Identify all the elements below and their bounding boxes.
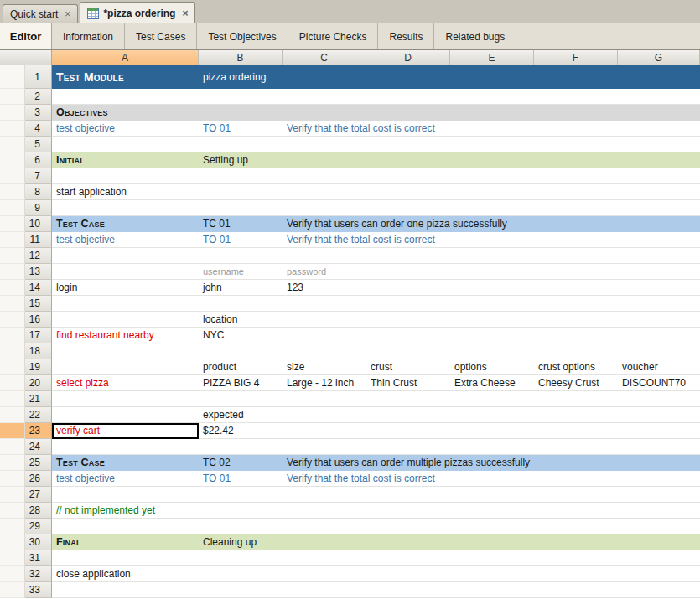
cell-f26[interactable] <box>534 471 618 487</box>
cell-d21[interactable] <box>366 391 450 407</box>
cell-b13[interactable]: username <box>199 264 283 280</box>
cell-b29[interactable] <box>199 519 283 534</box>
row-header-1[interactable]: 1 <box>25 65 52 89</box>
cell-c19[interactable]: size <box>283 359 366 375</box>
cell-g11[interactable] <box>618 232 700 248</box>
cell-e19[interactable]: options <box>450 359 534 375</box>
row-header-25[interactable]: 25 <box>25 455 52 471</box>
cell-f23[interactable] <box>534 423 618 439</box>
cell-d18[interactable] <box>366 343 450 359</box>
tab-related-bugs[interactable]: Related bugs <box>434 23 516 49</box>
cell-g17[interactable] <box>618 328 700 343</box>
row-header-3[interactable]: 3 <box>25 105 52 121</box>
cell-d12[interactable] <box>366 248 450 264</box>
row-header-8[interactable]: 8 <box>25 184 52 200</box>
cell-b10[interactable]: TC 01 <box>199 216 283 232</box>
cell-f4[interactable] <box>534 121 618 137</box>
cell-c24[interactable] <box>283 439 366 455</box>
cell-b22[interactable]: expected <box>199 407 283 423</box>
cell-f13[interactable] <box>534 264 618 280</box>
cell-e1[interactable] <box>450 65 534 89</box>
cell-f6[interactable] <box>534 152 618 168</box>
cell-d15[interactable] <box>366 296 450 312</box>
row-header-11[interactable]: 11 <box>25 232 52 248</box>
cell-g7[interactable] <box>618 168 700 184</box>
cell-g24[interactable] <box>618 439 700 455</box>
cell-g6[interactable] <box>618 152 700 168</box>
cell-g27[interactable] <box>618 487 700 503</box>
cell-b4[interactable]: TO 01 <box>199 121 283 137</box>
cell-g31[interactable] <box>618 550 700 566</box>
cell-b6[interactable]: Setting up <box>199 152 283 168</box>
cell-a18[interactable] <box>52 343 199 359</box>
cell-g4[interactable] <box>618 121 700 137</box>
cell-f18[interactable] <box>534 343 618 359</box>
cell-c21[interactable] <box>283 391 366 407</box>
cell-a5[interactable] <box>52 137 199 152</box>
cell-c9[interactable] <box>283 200 366 216</box>
cell-c1[interactable] <box>283 65 366 89</box>
cell-f29[interactable] <box>534 519 618 534</box>
cell-e15[interactable] <box>450 296 534 312</box>
cell-e26[interactable] <box>450 471 534 487</box>
cell-d6[interactable] <box>366 152 450 168</box>
cell-g15[interactable] <box>618 296 700 312</box>
cell-a32[interactable]: close application <box>52 566 199 582</box>
cell-e32[interactable] <box>450 566 534 582</box>
cell-d5[interactable] <box>366 137 450 152</box>
cell-a10[interactable]: Test Case <box>52 216 199 232</box>
cell-b28[interactable] <box>199 503 283 519</box>
cell-a11[interactable]: test objective <box>52 232 199 248</box>
cell-a33[interactable] <box>52 582 199 598</box>
cell-g21[interactable] <box>618 391 700 407</box>
cell-a7[interactable] <box>52 168 199 184</box>
cell-f25[interactable] <box>534 455 618 471</box>
tab-test-cases[interactable]: Test Cases <box>125 23 197 49</box>
cell-b5[interactable] <box>199 137 283 152</box>
cell-c3[interactable] <box>283 105 366 121</box>
cell-b2[interactable] <box>199 89 283 105</box>
cell-f28[interactable] <box>534 503 618 519</box>
cell-b32[interactable] <box>199 566 283 582</box>
cell-f15[interactable] <box>534 296 618 312</box>
cell-d13[interactable] <box>366 264 450 280</box>
cell-c6[interactable] <box>283 152 366 168</box>
tab-results[interactable]: Results <box>378 23 434 49</box>
cell-f24[interactable] <box>534 439 618 455</box>
cell-c8[interactable] <box>283 184 366 200</box>
cell-d1[interactable] <box>366 65 450 89</box>
row-header-19[interactable]: 19 <box>25 359 52 375</box>
cell-g18[interactable] <box>618 343 700 359</box>
cell-e33[interactable] <box>450 582 534 598</box>
row-header-10[interactable]: 10 <box>25 216 52 232</box>
cell-g13[interactable] <box>618 264 700 280</box>
cell-e14[interactable] <box>450 280 534 296</box>
cell-e18[interactable] <box>450 343 534 359</box>
cell-e9[interactable] <box>450 200 534 216</box>
cell-b26[interactable]: TO 01 <box>199 471 283 487</box>
cell-a21[interactable] <box>52 391 199 407</box>
cell-d29[interactable] <box>366 519 450 534</box>
cell-g12[interactable] <box>618 248 700 264</box>
cell-e4[interactable] <box>450 121 534 137</box>
cell-a3[interactable]: Objectives <box>52 105 199 121</box>
cell-a14[interactable]: login <box>52 280 199 296</box>
cell-c10[interactable]: Verify that users can order one pizza su… <box>283 216 366 232</box>
cell-f20[interactable]: Cheesy Crust <box>534 375 618 391</box>
cell-f32[interactable] <box>534 566 618 582</box>
cell-f27[interactable] <box>534 487 618 503</box>
cell-d22[interactable] <box>366 407 450 423</box>
cell-d28[interactable] <box>366 503 450 519</box>
cell-a2[interactable] <box>52 89 199 105</box>
cell-g5[interactable] <box>618 137 700 152</box>
cell-e25[interactable] <box>450 455 534 471</box>
cell-c11[interactable]: Verify that the total cost is correct <box>283 232 366 248</box>
cell-f11[interactable] <box>534 232 618 248</box>
cell-f5[interactable] <box>534 137 618 152</box>
cell-g8[interactable] <box>618 184 700 200</box>
cell-e11[interactable] <box>450 232 534 248</box>
cell-a24[interactable] <box>52 439 199 455</box>
cell-a25[interactable]: Test Case <box>52 455 199 471</box>
cell-a9[interactable] <box>52 200 199 216</box>
cell-b15[interactable] <box>199 296 283 312</box>
